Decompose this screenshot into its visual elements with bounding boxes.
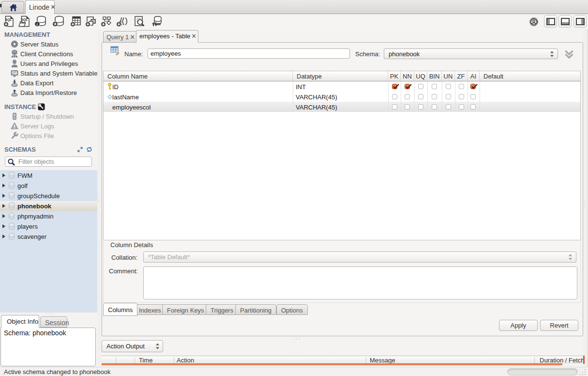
svg-text:SQL: SQL <box>21 18 28 22</box>
svg-text:SQL: SQL <box>5 18 12 22</box>
